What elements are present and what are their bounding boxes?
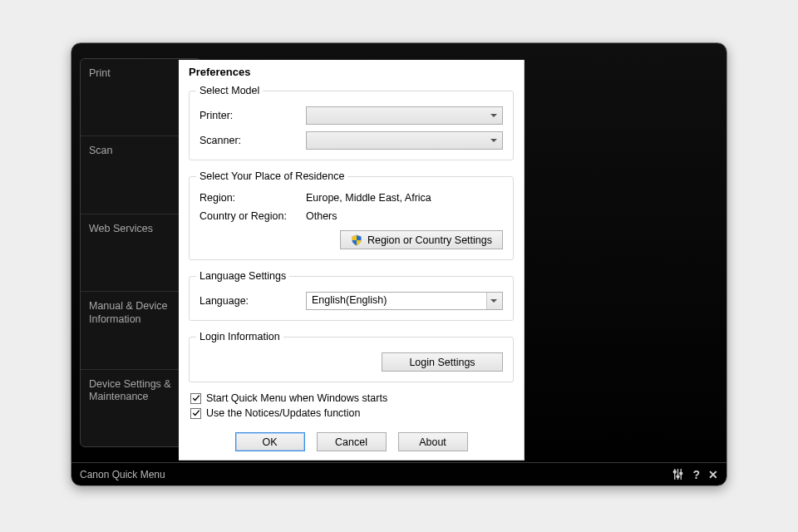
check-icon <box>192 409 200 417</box>
group-residence: Select Your Place of Residence Region: E… <box>189 170 514 260</box>
button-label: Login Settings <box>409 357 475 368</box>
printer-label: Printer: <box>200 110 306 121</box>
group-legend: Language Settings <box>196 270 289 282</box>
settings-sliders-icon[interactable] <box>672 468 684 480</box>
sidebar-item-label: Device Settings & Maintenance <box>89 378 192 404</box>
check-icon <box>192 394 200 402</box>
status-icons: ? ✕ <box>672 468 718 481</box>
country-value: Others <box>306 210 503 222</box>
region-country-settings-button[interactable]: Region or Country Settings <box>340 230 503 249</box>
button-label: Region or Country Settings <box>367 234 492 246</box>
language-label: Language: <box>200 295 306 307</box>
close-icon[interactable]: ✕ <box>708 468 718 481</box>
status-bar: Canon Quick Menu ? ✕ <box>71 462 727 485</box>
help-icon[interactable]: ? <box>692 468 700 481</box>
sidebar-item-label: Scan <box>89 145 113 158</box>
country-label: Country or Region: <box>200 210 306 222</box>
notices-updates-label: Use the Notices/Updates function <box>206 407 361 419</box>
sidebar-item-label: Print <box>89 67 111 81</box>
uac-shield-icon <box>351 234 362 246</box>
scanner-label: Scanner: <box>200 135 306 146</box>
sidebar-item-label: Manual & Device Information <box>89 300 192 326</box>
dialog-title: Preferences <box>189 66 514 78</box>
svg-point-5 <box>680 472 682 475</box>
preferences-dialog: Preferences Select Model Printer: Scanne… <box>179 60 525 461</box>
start-with-windows-label: Start Quick Menu when Windows starts <box>206 392 387 404</box>
group-legend: Login Information <box>196 331 283 342</box>
group-language: Language Settings Language: English(Engl… <box>189 270 514 321</box>
group-legend: Select Model <box>196 85 263 96</box>
language-select[interactable]: English(English) <box>306 292 503 310</box>
login-settings-button[interactable]: Login Settings <box>382 352 503 372</box>
group-select-model: Select Model Printer: Scanner: <box>189 85 514 160</box>
sidebar-item-label: Web Services <box>89 223 153 236</box>
button-label: Cancel <box>335 436 367 448</box>
region-value: Europe, Middle East, Africa <box>306 192 503 204</box>
button-label: About <box>419 436 446 448</box>
dialog-button-row: OK Cancel About <box>189 432 514 451</box>
scanner-select[interactable] <box>306 131 503 150</box>
language-value: English(English) <box>312 294 387 306</box>
status-title: Canon Quick Menu <box>80 469 165 480</box>
svg-point-3 <box>674 470 677 473</box>
ok-button[interactable]: OK <box>235 432 305 451</box>
group-legend: Select Your Place of Residence <box>196 170 347 182</box>
button-label: OK <box>262 436 277 448</box>
cancel-button[interactable]: Cancel <box>317 432 387 451</box>
printer-select[interactable] <box>306 106 503 125</box>
region-label: Region: <box>200 192 306 204</box>
group-login: Login Information Login Settings <box>189 331 514 382</box>
about-button[interactable]: About <box>398 432 468 451</box>
notices-updates-checkbox[interactable] <box>190 408 201 419</box>
svg-point-4 <box>677 475 679 478</box>
start-with-windows-checkbox[interactable] <box>190 393 201 404</box>
